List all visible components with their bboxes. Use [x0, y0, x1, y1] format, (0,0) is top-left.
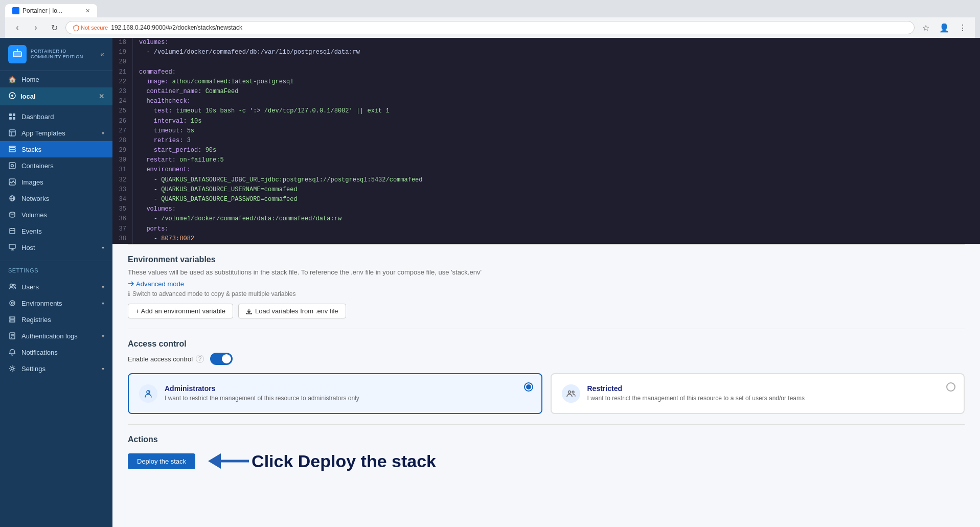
code-line-18: 18volumes:: [112, 38, 980, 48]
code-line-37: 37 ports:: [112, 224, 980, 234]
svg-rect-15: [9, 163, 15, 169]
svg-rect-9: [9, 130, 15, 136]
sidebar-item-home[interactable]: 🏠 Home: [0, 71, 112, 87]
main-content: 18volumes: 19 - /volume1/docker/commafee…: [112, 38, 980, 527]
sidebar-item-app-templates[interactable]: App Templates ▾: [0, 125, 112, 141]
sidebar-collapse-btn[interactable]: «: [100, 50, 104, 58]
environments-label: Environments: [21, 300, 97, 307]
sidebar-item-notifications[interactable]: Notifications: [0, 344, 112, 360]
users-icon: [8, 283, 16, 291]
svg-rect-13: [9, 148, 15, 149]
volumes-icon: [8, 211, 16, 219]
notifications-icon: [8, 348, 16, 356]
actions-section: Actions Deploy the stack Click Deplo: [112, 425, 980, 489]
forward-button[interactable]: ›: [29, 20, 43, 35]
users-chevron: ▾: [102, 284, 104, 290]
env-close-btn[interactable]: ✕: [99, 93, 104, 100]
code-line-33: 33 - QUARKUS_DATASOURCE_USERNAME=commafe…: [112, 185, 980, 195]
sidebar-item-containers[interactable]: Containers: [0, 157, 112, 174]
settings-icon: [8, 364, 16, 373]
code-line-32: 32 - QUARKUS_DATASOURCE_JDBC_URL=jdbc:po…: [112, 175, 980, 185]
host-label: Host: [21, 244, 97, 251]
events-label: Events: [21, 227, 104, 235]
load-env-file-button[interactable]: Load variables from .env file: [238, 304, 346, 318]
sidebar-item-stacks[interactable]: Stacks: [0, 141, 112, 157]
bookmark-button[interactable]: ☆: [919, 20, 933, 35]
svg-rect-8: [13, 117, 15, 120]
tab-close-btn[interactable]: ✕: [85, 8, 90, 14]
restricted-card-icon: [562, 384, 580, 403]
code-line-36: 36 - /volume1/docker/commafeed/data:/com…: [112, 214, 980, 224]
deploy-stack-button[interactable]: Deploy the stack: [128, 453, 195, 469]
profile-button[interactable]: 👤: [937, 20, 951, 35]
app-templates-label: App Templates: [21, 129, 97, 137]
svg-point-32: [11, 302, 13, 304]
env-buttons: + Add an environment variable Load varia…: [128, 304, 965, 318]
sidebar-item-images[interactable]: Images: [0, 174, 112, 190]
deploy-annotation: Click Deploy the stack: [206, 448, 436, 474]
env-icon: [8, 91, 16, 101]
sidebar-settings-nav: Users ▾ Environments ▾ Registries: [0, 276, 112, 380]
environments-chevron: ▾: [102, 301, 104, 306]
admin-access-card[interactable]: Administrators I want to restrict the ma…: [128, 373, 542, 414]
containers-label: Containers: [21, 162, 104, 170]
code-line-23: 23 container_name: CommaFeed: [112, 87, 980, 97]
admin-card-title: Administrators: [165, 384, 359, 393]
sidebar-item-users[interactable]: Users ▾: [0, 279, 112, 295]
dashboard-label: Dashboard: [21, 113, 104, 121]
sidebar-item-registries[interactable]: Registries: [0, 311, 112, 328]
restricted-access-card[interactable]: Restricted I want to restrict the manage…: [551, 373, 965, 414]
sidebar-item-networks[interactable]: Networks: [0, 190, 112, 207]
code-line-35: 35 volumes:: [112, 204, 980, 214]
admin-card-content: Administrators I want to restrict the ma…: [165, 384, 359, 402]
enable-access-toggle[interactable]: [210, 353, 233, 365]
env-vars-hint: ℹ Switch to advanced mode to copy & past…: [128, 290, 965, 297]
svg-point-21: [10, 212, 15, 214]
browser-chrome: Portainer | lo... ✕ ‹ › ↻ Not secure 192…: [0, 0, 980, 38]
refresh-button[interactable]: ↻: [47, 20, 61, 35]
restricted-card-radio[interactable]: [946, 382, 955, 392]
sidebar-item-volumes[interactable]: Volumes: [0, 207, 112, 223]
restricted-card-content: Restricted I want to restrict the manage…: [587, 384, 805, 402]
host-chevron: ▾: [102, 245, 104, 250]
address-bar[interactable]: Not secure 192.168.0.240:9000/#/2/docker…: [65, 21, 915, 34]
code-editor[interactable]: 18volumes: 19 - /volume1/docker/commafee…: [112, 38, 980, 244]
sidebar-item-events[interactable]: Events: [0, 223, 112, 239]
registries-label: Registries: [21, 316, 104, 324]
templates-icon: [8, 129, 16, 137]
settings-chevron: ▾: [102, 366, 104, 372]
admin-card-radio[interactable]: [524, 382, 533, 392]
toggle-label: Enable access control ?: [128, 355, 204, 363]
auth-logs-label: Authentication logs: [21, 332, 97, 340]
svg-point-41: [568, 391, 571, 394]
menu-button[interactable]: ⋮: [955, 20, 970, 35]
svg-rect-0: [13, 52, 21, 57]
portainer-logo-icon: [8, 45, 27, 63]
code-line-21: 21commafeed:: [112, 67, 980, 77]
users-label: Users: [21, 283, 97, 291]
code-line-24: 24 healthcheck:: [112, 97, 980, 106]
add-env-var-button[interactable]: + Add an environment variable: [128, 304, 233, 318]
sidebar: portainer.io COMMUNITY EDITION « 🏠 Home …: [0, 38, 112, 527]
sidebar-item-environments[interactable]: Environments ▾: [0, 295, 112, 311]
svg-point-29: [10, 284, 13, 287]
networks-icon: [8, 194, 16, 202]
settings-section-label: Settings: [0, 263, 112, 276]
browser-tab[interactable]: Portainer | lo... ✕: [5, 4, 97, 17]
sidebar-item-dashboard[interactable]: Dashboard: [0, 108, 112, 125]
auth-logs-icon: [8, 332, 16, 340]
restricted-card-desc: I want to restrict the management of thi…: [587, 395, 805, 402]
tab-favicon: [12, 7, 19, 14]
sidebar-item-host[interactable]: Host ▾: [0, 239, 112, 256]
code-line-38: 38 - 8073:8082: [112, 234, 980, 244]
back-button[interactable]: ‹: [10, 20, 25, 35]
code-line-29: 29 start_period: 90s: [112, 146, 980, 155]
advanced-mode-link[interactable]: Advanced mode: [128, 280, 184, 288]
sidebar-nav: Dashboard App Templates ▾ Stacks Con: [0, 105, 112, 259]
code-line-20: 20: [112, 57, 980, 67]
sidebar-item-auth-logs[interactable]: Authentication logs ▾: [0, 328, 112, 344]
env-vars-desc: These values will be used as substitutio…: [128, 268, 965, 276]
sidebar-item-settings[interactable]: Settings ▾: [0, 360, 112, 377]
auth-logs-chevron: ▾: [102, 333, 104, 339]
sidebar-env-header: local ✕: [0, 87, 112, 105]
